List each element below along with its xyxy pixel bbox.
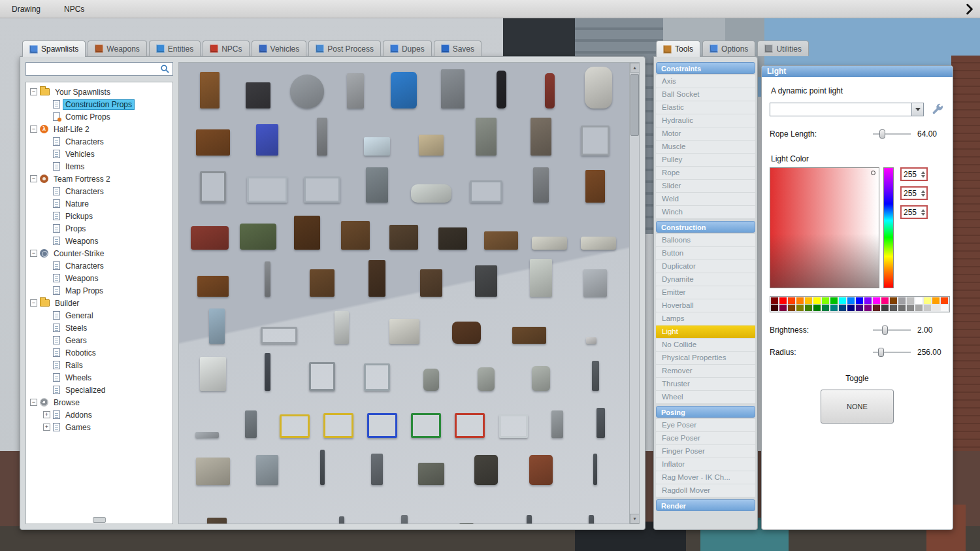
tree-item-characters[interactable]: Characters	[27, 135, 171, 148]
prop-wardrobe[interactable]	[294, 216, 320, 250]
color-swatch[interactable]	[779, 305, 787, 311]
tool-section-render[interactable]: Render	[656, 499, 755, 511]
tool-item-remover[interactable]: Remover	[656, 365, 755, 377]
color-swatch[interactable]	[932, 297, 939, 304]
color-swatch[interactable]	[856, 297, 863, 304]
tab-weapons[interactable]: Weapons	[88, 41, 146, 56]
prop-chainlink-fence[interactable]	[247, 176, 287, 203]
prop-paper-scrap[interactable]	[586, 337, 596, 344]
prop-obelisk[interactable]	[551, 410, 563, 438]
tree-item-characters[interactable]: Characters	[27, 185, 171, 197]
minus-expander-icon[interactable]: −	[30, 250, 37, 257]
prop-small-pipe[interactable]	[459, 523, 474, 524]
color-swatch[interactable]	[856, 305, 863, 311]
tool-item-ragdoll-mover[interactable]: Ragdoll Mover	[656, 484, 755, 497]
prop-dresser[interactable]	[341, 221, 370, 250]
prop-washing-machine[interactable]	[200, 357, 226, 391]
search-input[interactable]	[26, 63, 160, 75]
spinner-icon[interactable]	[921, 190, 926, 197]
prop-gravestone-large[interactable]	[532, 366, 550, 391]
hue-slider[interactable]	[883, 167, 894, 288]
toggle-none-button[interactable]: NONE	[821, 390, 894, 424]
color-swatch[interactable]	[915, 305, 923, 311]
prop-door-frame[interactable]	[531, 118, 551, 156]
color-swatch[interactable]	[907, 297, 914, 304]
prop-cable-spool[interactable]	[246, 82, 270, 109]
tool-item-thruster[interactable]: Thruster	[656, 378, 755, 390]
tree-resize-grip[interactable]	[93, 517, 106, 523]
scroll-up-icon[interactable]: ▲	[630, 63, 640, 73]
prop-step-ladder[interactable]	[371, 454, 383, 485]
color-swatch[interactable]	[771, 305, 778, 311]
prop-cage-red[interactable]	[455, 413, 485, 438]
tree-item-robotics[interactable]: Robotics	[27, 346, 171, 359]
prop-candle-stand[interactable]	[527, 515, 532, 524]
blue-value-input[interactable]: 255	[900, 205, 928, 219]
tool-item-eye-poser[interactable]: Eye Poser	[656, 419, 755, 431]
prop-wooden-bench[interactable]	[196, 129, 230, 156]
minus-expander-icon[interactable]: −	[30, 175, 37, 182]
color-swatch[interactable]	[813, 297, 821, 304]
tool-item-finger-poser[interactable]: Finger Poser	[656, 445, 755, 458]
tool-item-winch[interactable]: Winch	[656, 206, 755, 218]
tool-item-motor[interactable]: Motor	[656, 127, 755, 140]
prop-jail-door[interactable]	[441, 69, 465, 109]
prop-blue-chair[interactable]	[256, 124, 278, 156]
color-swatch[interactable]	[898, 305, 906, 311]
prop-gravestone-small[interactable]	[423, 369, 439, 391]
prop-kitchen-counter[interactable]	[389, 319, 419, 344]
color-swatch[interactable]	[915, 297, 923, 304]
menu-npcs[interactable]: NPCs	[52, 0, 96, 18]
color-swatch[interactable]	[890, 297, 897, 304]
tree-item-addons[interactable]: +Addons	[27, 409, 171, 421]
color-swatch[interactable]	[788, 305, 795, 311]
color-swatch[interactable]	[771, 297, 778, 304]
red-value-input[interactable]: 255	[900, 167, 928, 181]
prop-stone-pillar[interactable]	[317, 118, 327, 156]
prop-glass-door[interactable]	[209, 309, 225, 344]
tool-item-no-collide[interactable]: No Collide	[656, 339, 755, 351]
prop-wire-panel[interactable]	[364, 363, 390, 391]
color-swatch[interactable]	[881, 305, 889, 311]
color-swatch[interactable]	[873, 305, 880, 311]
tool-section-constraints[interactable]: Constraints	[656, 62, 755, 74]
tree-item-nature[interactable]: Nature	[27, 197, 171, 210]
tab-spawnlists[interactable]: Spawnlists	[22, 41, 86, 57]
prop-metal-plate[interactable]	[347, 73, 364, 109]
prop-gas-heater[interactable]	[533, 167, 549, 203]
color-swatch[interactable]	[881, 297, 889, 304]
prop-white-tank[interactable]	[585, 67, 612, 109]
tool-item-pulley[interactable]: Pulley	[656, 154, 755, 166]
prop-red-canister[interactable]	[545, 73, 555, 109]
prop-red-couch[interactable]	[191, 226, 229, 250]
color-swatch[interactable]	[779, 297, 787, 304]
prop-fence-gate[interactable]	[309, 362, 335, 391]
tool-item-physical-properties[interactable]: Physical Properties	[656, 352, 755, 364]
tool-item-button[interactable]: Button	[656, 247, 755, 259]
prop-candelabra[interactable]	[592, 361, 599, 391]
dropdown-arrow-icon[interactable]	[911, 103, 923, 116]
tree-item-characters[interactable]: Characters	[27, 259, 171, 272]
tree-item-items[interactable]: Items	[27, 160, 171, 173]
prop-coffee-table[interactable]	[197, 276, 229, 297]
prop-desk[interactable]	[512, 327, 546, 344]
prop-bed-frame[interactable]	[470, 180, 502, 203]
tool-item-face-poser[interactable]: Face Poser	[656, 432, 755, 444]
prop-small-cabinet[interactable]	[420, 269, 442, 297]
prop-glass-pane[interactable]	[364, 137, 390, 156]
color-swatch[interactable]	[813, 305, 821, 311]
tool-item-muscle[interactable]: Muscle	[656, 141, 755, 153]
tool-item-wheel[interactable]: Wheel	[656, 391, 755, 403]
tree-item-rails[interactable]: Rails	[27, 359, 171, 371]
tab-saves[interactable]: Saves	[434, 41, 482, 56]
tree-item-builder[interactable]: −Builder	[27, 297, 171, 309]
color-swatch[interactable]	[873, 297, 880, 304]
prop-bathtub[interactable]	[411, 184, 451, 203]
prop-mattress-2[interactable]	[581, 237, 616, 250]
color-swatch[interactable]	[830, 305, 838, 311]
scroll-down-icon[interactable]: ▼	[630, 514, 640, 524]
tree-item-steels[interactable]: Steels	[27, 322, 171, 334]
prop-cage-yellow[interactable]	[280, 414, 310, 438]
tree-item-gears[interactable]: Gears	[27, 334, 171, 346]
color-swatch[interactable]	[924, 305, 931, 311]
